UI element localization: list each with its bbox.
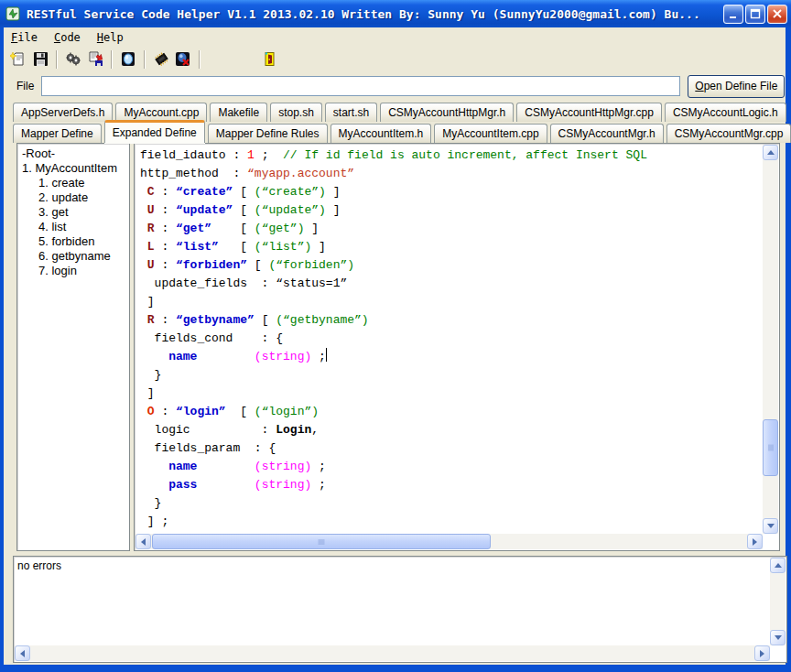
menu-bar: FileCodeHelp	[4, 27, 786, 47]
file-bar: File Open Define File	[4, 71, 786, 101]
window-controls	[723, 5, 787, 24]
titlebar: RESTful Service Code Helper V1.1 2013.02…	[0, 0, 791, 27]
menu-code[interactable]: Code	[54, 29, 88, 46]
output-text: no errors	[14, 557, 770, 645]
tab-myaccountitem-cpp[interactable]: MyAccountItem.cpp	[434, 124, 547, 143]
gears-icon	[65, 51, 81, 67]
output-scroll-right-button[interactable]	[754, 645, 770, 661]
output-scroll-left-button[interactable]	[15, 645, 30, 661]
tab-csmyaccounthttpmgr-cpp[interactable]: CSMyAccountHttpMgr.cpp	[516, 103, 662, 122]
new-file-button[interactable]	[7, 49, 29, 70]
tree-node-update[interactable]: 2. update	[22, 190, 129, 205]
generate-code-button[interactable]	[62, 49, 84, 70]
tree-node-login[interactable]: 7. login	[22, 264, 129, 278]
close-icon	[772, 8, 783, 19]
preview-lens-icon	[120, 51, 136, 67]
toolbar-separator	[56, 50, 58, 69]
chip-icon	[153, 51, 170, 67]
code-line: }	[140, 494, 763, 513]
tree-node-get[interactable]: 3. get	[22, 205, 129, 220]
minimize-button[interactable]	[723, 5, 743, 24]
tree-node-create[interactable]: 1. create	[22, 176, 129, 190]
editor-scroll-right-button[interactable]	[747, 534, 763, 549]
toolbar-separator	[111, 50, 113, 69]
tab-myaccount-cpp[interactable]: MyAccount.cpp	[115, 103, 207, 122]
tab-csmyaccountlogic-h[interactable]: CSMyAccountLogic.h	[665, 103, 786, 122]
editor-horizontal-scrollbar[interactable]	[135, 534, 763, 549]
window-title: RESTful Service Code Helper V1.1 2013.02…	[27, 7, 720, 21]
export-save-icon	[87, 51, 104, 67]
code-line: field_idauto : 1 ; // If id field is aut…	[140, 146, 763, 165]
file-path-input[interactable]	[41, 76, 680, 96]
tree-node-getbyname[interactable]: 6. getbyname	[22, 249, 129, 264]
tab-csmyaccounthttpmgr-h[interactable]: CSMyAccountHttpMgr.h	[380, 103, 514, 122]
error-output-panel[interactable]: no errors	[13, 556, 787, 663]
save-button[interactable]	[29, 49, 51, 70]
tree-node-list[interactable]: 4. list	[22, 220, 129, 234]
code-line: R : “get” [ (“get”) ]	[140, 220, 763, 238]
code-line: fields_param : {	[140, 439, 763, 458]
code-line: L : “list” [ (“list”) ]	[140, 238, 763, 256]
code-editor-content[interactable]: field_idauto : 1 ; // If id field is aut…	[135, 144, 763, 534]
code-line: U : “update” [ (“update”) ]	[140, 201, 763, 220]
tab-csmyaccountmgr-cpp[interactable]: CSMyAccountMgr.cpp	[666, 124, 791, 143]
code-line: name (string) ;	[140, 458, 763, 476]
maximize-icon	[750, 8, 761, 19]
define-tabs-row: Mapper DefineExpanded DefineMapper Defin…	[13, 122, 789, 143]
save-icon	[33, 51, 49, 67]
menu-help[interactable]: Help	[97, 29, 131, 46]
delete-button[interactable]	[172, 49, 194, 70]
open-define-file-button[interactable]: Open Define File	[688, 75, 785, 98]
menu-file[interactable]: File	[11, 29, 45, 46]
close-button[interactable]	[767, 5, 787, 24]
code-line: name (string) ;	[140, 348, 763, 366]
tab-start-sh[interactable]: start.sh	[325, 103, 377, 122]
output-vertical-scrollbar[interactable]	[770, 558, 786, 645]
tab-makefile[interactable]: Makefile	[210, 103, 267, 122]
tab-appserverdefs-h[interactable]: AppServerDefs.h	[13, 103, 113, 122]
text-caret	[326, 348, 327, 362]
exit-button[interactable]	[258, 49, 280, 70]
exit-door-icon	[262, 51, 277, 67]
code-line: pass (string) ;	[140, 476, 763, 494]
code-line: R : “getbyname” [ (“getbyname”)	[140, 311, 763, 330]
down-arrow-icon	[775, 635, 782, 640]
output-scroll-up-button[interactable]	[770, 558, 786, 573]
code-line: O : “login” [ (“login”)	[140, 403, 763, 421]
tree-root[interactable]: -Root-	[22, 146, 129, 161]
output-scroll-down-button[interactable]	[770, 630, 786, 645]
tab-myaccountitem-h[interactable]: MyAccountItem.h	[330, 124, 432, 143]
left-arrow-icon	[20, 650, 25, 657]
preview-button[interactable]	[117, 49, 139, 70]
definition-tree-panel[interactable]: -Root-1. MyAccountItem1. create2. update…	[16, 143, 130, 551]
down-arrow-icon	[767, 524, 775, 528]
tab-mapper-define-rules[interactable]: Mapper Define Rules	[208, 124, 328, 143]
right-arrow-icon	[753, 538, 757, 546]
editor-vscroll-thumb[interactable]	[763, 419, 778, 476]
toolbar-separator	[144, 50, 146, 69]
tab-csmyaccountmgr-h[interactable]: CSMyAccountMgr.h	[550, 124, 664, 143]
tab-stop-sh[interactable]: stop.sh	[270, 103, 322, 122]
editor-hscroll-thumb[interactable]	[152, 534, 491, 549]
editor-scroll-down-button[interactable]	[763, 518, 778, 534]
editor-scroll-left-button[interactable]	[135, 534, 151, 549]
output-horizontal-scrollbar[interactable]	[15, 645, 770, 661]
editor-scroll-up-button[interactable]	[763, 145, 778, 160]
editor-vertical-scrollbar[interactable]	[763, 145, 778, 534]
tab-mapper-define[interactable]: Mapper Define	[13, 124, 102, 143]
tree-node-myaccountitem[interactable]: 1. MyAccountItem	[22, 161, 129, 176]
code-editor-panel[interactable]: field_idauto : 1 ; // If id field is aut…	[134, 143, 780, 551]
export-save-button[interactable]	[84, 49, 106, 70]
code-line: fields_cond : {	[140, 330, 763, 348]
build-chip-button[interactable]	[150, 49, 172, 70]
code-line: http_method : “myapp.account”	[140, 165, 763, 183]
maximize-button[interactable]	[745, 5, 765, 24]
tree-node-forbiden[interactable]: 5. forbiden	[22, 234, 129, 249]
code-line: ] ;	[140, 513, 763, 531]
app-window: RESTful Service Code Helper V1.1 2013.02…	[0, 0, 791, 672]
code-line: ]	[140, 293, 763, 311]
right-arrow-icon	[760, 650, 764, 657]
tab-expanded-define[interactable]: Expanded Define	[104, 120, 205, 143]
app-icon	[5, 5, 22, 22]
code-line: ]	[140, 385, 763, 403]
